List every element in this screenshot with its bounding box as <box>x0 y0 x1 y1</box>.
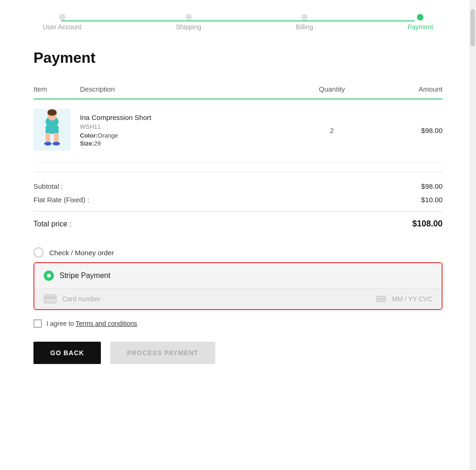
step-payment[interactable]: Payment <box>408 14 433 31</box>
col-header-description: Description <box>80 80 293 99</box>
check-radio[interactable] <box>33 247 44 258</box>
step-label-billing: Billing <box>296 23 313 31</box>
svg-point-14 <box>383 298 385 300</box>
step-dot-billing <box>301 14 308 20</box>
step-label-payment: Payment <box>408 23 433 31</box>
total-price-section: Total price : $108.00 <box>33 211 443 229</box>
col-header-quantity: Quantity <box>293 80 370 99</box>
step-dot-shipping <box>185 14 192 20</box>
svg-rect-9 <box>44 295 56 303</box>
table-row: Ina Compression Short WSH11 Color:Orange… <box>33 99 443 162</box>
svg-rect-10 <box>44 297 56 298</box>
credit-card-icon <box>44 294 57 304</box>
check-money-order-option[interactable]: Check / Money order <box>33 243 443 262</box>
item-amount: $98.00 <box>421 126 443 134</box>
stripe-radio[interactable] <box>44 271 54 281</box>
subtotal-row: Subtotal : $98.00 <box>33 179 443 193</box>
stripe-radio-inner <box>47 274 51 278</box>
item-size: Size:29 <box>80 140 293 147</box>
card-expiry-cvc[interactable]: MM / YY CVC <box>392 295 432 303</box>
item-color: Color:Orange <box>80 132 293 139</box>
flat-rate-label: Flat Rate (Fixed) : <box>33 196 89 204</box>
item-amount-cell: $98.00 <box>370 99 443 162</box>
step-dot-user-account <box>59 14 66 20</box>
item-sku: WSH11 <box>80 123 293 130</box>
total-price-row: Total price : $108.00 <box>33 219 443 229</box>
step-user-account[interactable]: User Account <box>43 14 81 31</box>
step-label-user-account: User Account <box>43 23 81 31</box>
item-quantity-cell: 2 <box>293 99 370 162</box>
terms-link[interactable]: Terms and conditions <box>76 320 137 327</box>
progress-steps: User Account Shipping Billing Payment <box>33 14 443 31</box>
svg-point-8 <box>47 109 57 116</box>
stripe-header[interactable]: Stripe Payment <box>34 263 442 288</box>
item-quantity: 2 <box>330 126 334 134</box>
payment-options: Check / Money order Stripe Payment Card … <box>33 243 443 310</box>
col-header-amount: Amount <box>370 80 443 99</box>
terms-text: I agree to Terms and conditions <box>46 320 137 327</box>
buttons-row: GO BACK PROCESS PAYMENT <box>33 342 443 364</box>
svg-rect-4 <box>54 133 59 143</box>
step-billing[interactable]: Billing <box>296 14 313 31</box>
stripe-payment-box: Stripe Payment Card number <box>33 262 443 310</box>
total-price-label: Total price : <box>33 220 72 228</box>
terms-checkbox[interactable] <box>33 319 42 328</box>
page-title: Payment <box>33 49 443 66</box>
col-header-item: Item <box>33 80 80 99</box>
svg-point-13 <box>381 298 382 300</box>
total-price-value: $108.00 <box>412 219 443 229</box>
step-shipping[interactable]: Shipping <box>176 14 201 31</box>
item-name: Ina Compression Short <box>80 113 293 121</box>
svg-point-12 <box>378 298 379 300</box>
go-back-button[interactable]: GO BACK <box>33 342 101 364</box>
item-image-cell <box>33 99 80 162</box>
process-payment-button[interactable]: PROCESS PAYMENT <box>110 342 215 364</box>
stripe-card-row[interactable]: Card number MM / YY CVC <box>34 288 442 309</box>
totals-section: Subtotal : $98.00 Flat Rate (Fixed) : $1… <box>33 172 443 206</box>
step-dot-payment <box>417 14 423 20</box>
card-number-field[interactable]: Card number <box>62 295 370 303</box>
item-description-cell: Ina Compression Short WSH11 Color:Orange… <box>80 99 293 162</box>
flat-rate-value: $10.00 <box>421 196 443 204</box>
stripe-label: Stripe Payment <box>60 271 110 280</box>
subtotal-label: Subtotal : <box>33 182 63 190</box>
flat-rate-row: Flat Rate (Fixed) : $10.00 <box>33 193 443 206</box>
terms-row[interactable]: I agree to Terms and conditions <box>33 319 443 328</box>
svg-point-5 <box>44 142 52 146</box>
step-label-shipping: Shipping <box>176 23 201 31</box>
card-dots-icon <box>376 296 386 302</box>
order-table: Item Description Quantity Amount <box>33 80 443 162</box>
subtotal-value: $98.00 <box>421 182 443 190</box>
check-label: Check / Money order <box>49 249 114 257</box>
svg-rect-3 <box>46 133 50 143</box>
svg-rect-2 <box>46 126 59 134</box>
svg-point-6 <box>53 142 60 146</box>
